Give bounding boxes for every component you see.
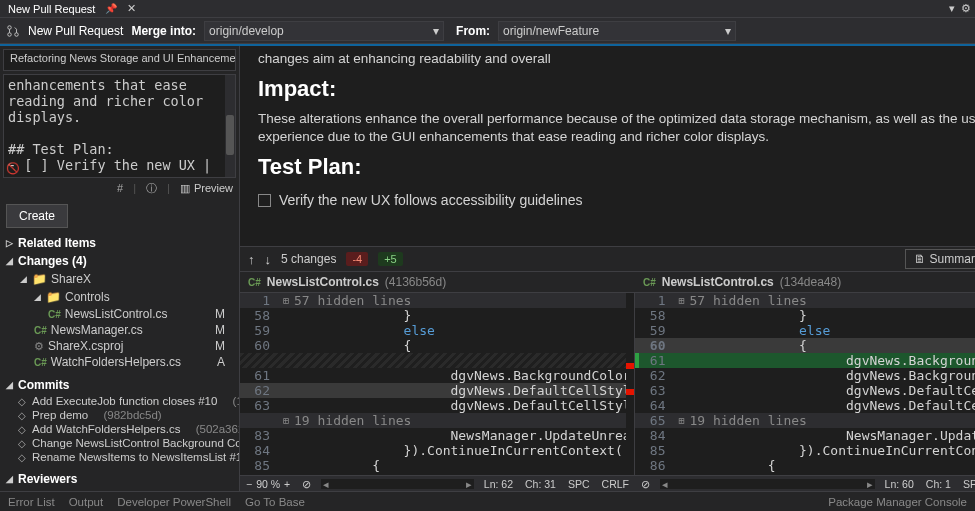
commits-header[interactable]: ◢Commits — [0, 376, 239, 394]
commit-row[interactable]: ◇Rename NewsItems to NewsItemsList #19 (… — [0, 450, 239, 464]
editor-status-bar: −90 %+ ⊘ ◂▸ Ln: 62 Ch: 31 SPC CRLF ⊘ ◂▸ … — [240, 475, 975, 491]
deletions-badge: -4 — [346, 252, 368, 266]
file-row[interactable]: ⚙ShareX.csprojM — [0, 338, 239, 354]
line-indicator[interactable]: Ln: 62 — [478, 478, 519, 490]
diff-right-filename: NewsListControl.cs — [662, 275, 774, 289]
diff-file-header: C# NewsListControl.cs (4136b56d) C# News… — [240, 272, 975, 293]
diff-left-pane[interactable]: 1⊞57 hidden lines 58 } 59 elseelse 60 { … — [240, 293, 635, 475]
description-toolbar: #| ⓘ| ▥ Preview — [0, 178, 239, 198]
merge-into-select[interactable]: origin/develop ▾ — [204, 21, 444, 41]
indent-indicator[interactable]: SPC — [562, 478, 596, 490]
fold-icon[interactable]: ⊞ — [278, 413, 294, 428]
gear-icon[interactable]: ⚙ — [961, 2, 971, 15]
tab-powershell[interactable]: Developer PowerShell — [117, 496, 231, 508]
testplan-heading: Test Plan: — [258, 154, 975, 180]
preview-paragraph: changes aim at enhancing readability and… — [258, 50, 975, 68]
csharp-icon: C# — [248, 277, 261, 288]
changes-count: 5 changes — [281, 252, 336, 266]
folder-icon: 📁 — [32, 272, 47, 286]
file-row[interactable]: C#NewsListControl.csM — [0, 306, 239, 322]
commit-icon: ◇ — [18, 396, 26, 407]
markdown-preview: changes aim at enhancing readability and… — [240, 46, 975, 246]
add-marker — [635, 353, 639, 368]
pin-icon[interactable]: 📌 — [105, 3, 117, 14]
spellcheck-icon[interactable]: 🚫 — [6, 161, 20, 177]
pr-title-input[interactable]: Refactoring News Storage and UI Enhancem… — [3, 49, 236, 71]
commit-row[interactable]: ◇Change NewsListControl Background Color… — [0, 436, 239, 450]
checklist-item: Verify the new UX follows accessibility … — [258, 192, 975, 208]
info-icon[interactable]: ⓘ — [146, 181, 157, 196]
side-tree: ▷Related Items ◢Changes (4) ◢📁ShareX ◢📁C… — [0, 234, 239, 491]
preview-toggle[interactable]: ▥ Preview — [180, 182, 233, 195]
impact-heading: Impact: — [258, 76, 975, 102]
left-panel: Refactoring News Storage and UI Enhancem… — [0, 46, 240, 491]
indent-indicator[interactable]: SPC — [957, 478, 975, 490]
line-indicator[interactable]: Ln: 60 — [879, 478, 920, 490]
chevron-down-icon[interactable]: ◢ — [4, 256, 14, 266]
horizontal-scrollbar[interactable]: ◂▸ — [660, 479, 875, 489]
close-icon[interactable]: ✕ — [123, 2, 140, 15]
fold-icon[interactable]: ⊞ — [278, 293, 294, 308]
commit-row[interactable]: ◇Add ExecuteJob function closes #10 (134… — [0, 394, 239, 408]
summary-button[interactable]: 🗎 Summary — [905, 249, 975, 269]
preview-icon: ▥ — [180, 182, 190, 195]
tab-error-list[interactable]: Error List — [8, 496, 55, 508]
next-change-icon[interactable]: ↓ — [265, 252, 272, 267]
bottom-tool-tabs: Error List Output Developer PowerShell G… — [0, 491, 975, 511]
tab-go-to-base[interactable]: Go To Base — [245, 496, 305, 508]
commit-icon: ◇ — [18, 452, 26, 463]
related-items-header[interactable]: ▷Related Items — [0, 234, 239, 252]
horizontal-scrollbar[interactable]: ◂▸ — [321, 479, 474, 489]
overview-ruler[interactable] — [626, 293, 634, 475]
hash-icon[interactable]: # — [117, 182, 123, 194]
folder-controls[interactable]: ◢📁Controls — [0, 288, 239, 306]
diff-right-hash: (134dea48) — [780, 275, 841, 289]
tab-title: New Pull Request — [4, 1, 99, 17]
csharp-icon: C# — [643, 277, 656, 288]
svg-point-2 — [15, 32, 19, 36]
checkbox[interactable] — [258, 194, 271, 207]
prev-change-icon[interactable]: ↑ — [248, 252, 255, 267]
chevron-down-icon: ▾ — [433, 24, 439, 38]
error-icon[interactable]: ⊘ — [296, 478, 317, 490]
window-titlebar: New Pull Request 📌 ✕ ▾ ⚙ — [0, 0, 975, 18]
create-button[interactable]: Create — [6, 204, 68, 228]
diff-toolbar: ↑ ↓ 5 changes -4 +5 🗎 Summary ⚙ ▾ — [240, 246, 975, 272]
reviewers-header[interactable]: ◢Reviewers — [0, 470, 239, 488]
dropdown-icon[interactable]: ▾ — [949, 2, 955, 15]
document-icon: 🗎 — [914, 252, 926, 266]
new-pr-label: New Pull Request — [28, 24, 123, 38]
from-select[interactable]: origin/newFeature ▾ — [498, 21, 736, 41]
tab-output[interactable]: Output — [69, 496, 104, 508]
file-status: M — [215, 307, 235, 321]
chevron-down-icon[interactable]: ◢ — [32, 292, 42, 302]
chevron-down-icon[interactable]: ◢ — [4, 474, 14, 484]
folder-sharex[interactable]: ◢📁ShareX — [0, 270, 239, 288]
scrollbar[interactable] — [225, 75, 235, 177]
file-row[interactable]: C#WatchFoldersHelpers.csA — [0, 354, 239, 370]
fold-icon[interactable]: ⊞ — [673, 413, 689, 428]
pr-description-textarea[interactable]: enhancements that ease reading and riche… — [3, 74, 236, 178]
changes-header[interactable]: ◢Changes (4) — [0, 252, 239, 270]
tab-package-console[interactable]: Package Manager Console — [828, 496, 967, 508]
commit-row[interactable]: ◇Prep demo (982bdc5d) — [0, 408, 239, 422]
csharp-icon: C# — [34, 357, 47, 368]
eol-indicator[interactable]: CRLF — [596, 478, 635, 490]
error-icon[interactable]: ⊘ — [635, 478, 656, 490]
chevron-down-icon[interactable]: ◢ — [18, 274, 28, 284]
commit-row[interactable]: ◇Add WatchFoldersHelpers.cs (502a3629) — [0, 422, 239, 436]
commit-icon: ◇ — [18, 438, 26, 449]
fold-icon[interactable]: ⊞ — [673, 293, 689, 308]
right-panel: changes aim at enhancing readability and… — [240, 46, 975, 491]
col-indicator[interactable]: Ch: 31 — [519, 478, 562, 490]
csharp-icon: C# — [34, 325, 47, 336]
file-status: A — [217, 355, 235, 369]
file-row[interactable]: C#NewsManager.csM — [0, 322, 239, 338]
chevron-down-icon[interactable]: ◢ — [4, 380, 14, 390]
col-indicator[interactable]: Ch: 1 — [920, 478, 957, 490]
chevron-down-icon: ▾ — [725, 24, 731, 38]
zoom-control[interactable]: −90 %+ — [240, 478, 296, 490]
diff-right-pane[interactable]: 1⊞57 hidden lines 58 } 59 else 60 { 61 d… — [635, 293, 975, 475]
chevron-right-icon[interactable]: ▷ — [4, 238, 14, 248]
file-status: M — [215, 339, 235, 353]
